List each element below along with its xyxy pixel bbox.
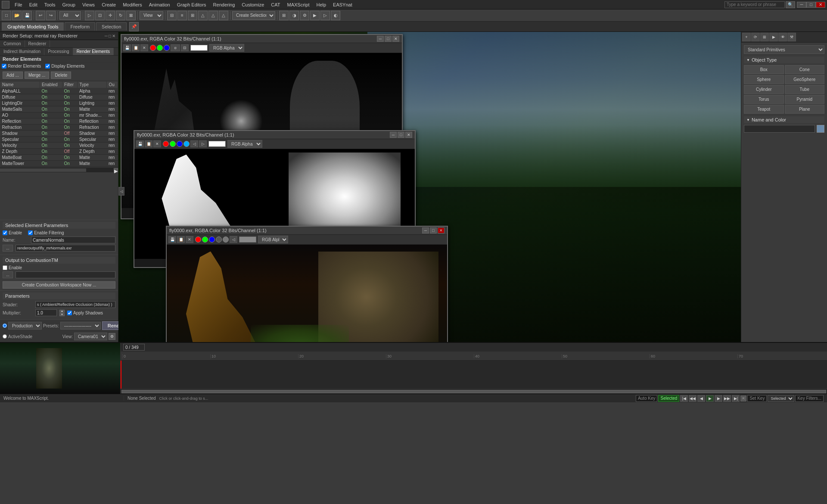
- go-end-btn[interactable]: ▶|: [732, 395, 740, 402]
- rw2-minimize-btn[interactable]: ─: [390, 132, 397, 138]
- rw2-save-btn[interactable]: 💾: [136, 140, 144, 147]
- rw2-titlebar[interactable]: fly0000.exr, RGBA Color 32 Bits/Channel …: [134, 131, 415, 139]
- rw1-save-btn[interactable]: 💾: [123, 44, 131, 51]
- rw3-copy-btn[interactable]: 📋: [177, 236, 185, 243]
- enable-filtering-checkbox[interactable]: Enable Filtering: [28, 230, 64, 235]
- key-mode-btn[interactable]: K: [740, 395, 746, 401]
- rw1-toggle-btn[interactable]: ⊟: [181, 44, 189, 51]
- elements-active-checkbox[interactable]: Render Elements: [2, 64, 41, 68]
- render-element-row[interactable]: Refraction On On Refraction ren: [0, 124, 118, 131]
- select-obj-btn[interactable]: ▷: [85, 11, 94, 20]
- tab-common[interactable]: Common: [0, 40, 25, 47]
- combustion-browse-btn[interactable]: ...: [3, 271, 13, 278]
- activeshade-btn[interactable]: ◐: [331, 11, 340, 20]
- table-scrollbar[interactable]: [0, 168, 86, 172]
- multiplier-down-btn[interactable]: ▼: [59, 313, 65, 316]
- obj-sphere-btn[interactable]: Sphere: [744, 75, 784, 84]
- rw3-canvas[interactable]: [167, 245, 447, 342]
- rw3-save-btn[interactable]: 💾: [168, 236, 176, 243]
- render-element-row[interactable]: MatteTower On On Matte ren: [0, 161, 118, 167]
- rw1-copy-btn[interactable]: 📋: [132, 44, 140, 51]
- render-element-row[interactable]: AO On On mr Shade... ren: [0, 112, 118, 118]
- rw1-red-channel[interactable]: [150, 45, 156, 51]
- prev-key-btn[interactable]: ◀◀: [689, 395, 696, 402]
- rw1-blue-channel[interactable]: [164, 45, 170, 51]
- selection-set-dropdown[interactable]: Create Selection Set: [232, 11, 275, 20]
- menu-edit[interactable]: Edit: [26, 1, 41, 8]
- delete-element-btn[interactable]: Delete: [51, 72, 71, 79]
- material-editor-btn[interactable]: ◑: [289, 11, 299, 20]
- schematic-btn[interactable]: ⊞: [279, 11, 289, 20]
- menu-maxscript[interactable]: MAXScript: [284, 1, 313, 8]
- menu-group[interactable]: Group: [59, 1, 79, 8]
- next-frame-btn[interactable]: ▶: [715, 395, 722, 402]
- rp-motion-btn[interactable]: ▶: [769, 33, 778, 41]
- rw3-blue-channel[interactable]: [209, 236, 215, 243]
- rw3-grey-swatch2[interactable]: [223, 236, 229, 243]
- camera-settings-btn[interactable]: ⚙: [109, 333, 115, 340]
- obj-teapot-btn[interactable]: Teapot: [744, 105, 784, 114]
- scale-btn[interactable]: ⊠: [126, 11, 136, 20]
- rw2-cyan-channel[interactable]: [183, 141, 190, 147]
- menu-tools[interactable]: Tools: [41, 1, 59, 8]
- obj-torus-btn[interactable]: Torus: [744, 95, 784, 104]
- obj-cone-btn[interactable]: Cone: [785, 65, 825, 74]
- render-element-row[interactable]: Diffuse On On Diffuse ren: [0, 94, 118, 100]
- tab-freeform[interactable]: Freeform: [65, 22, 95, 31]
- render-element-row[interactable]: Reflection On On Reflection ren: [0, 118, 118, 124]
- open-btn[interactable]: 📂: [12, 11, 22, 20]
- rw2-copy-btn[interactable]: 📋: [145, 140, 152, 147]
- rw1-minimize-btn[interactable]: ─: [377, 36, 384, 42]
- menu-help[interactable]: Help: [313, 1, 330, 8]
- output-browse-btn[interactable]: ...: [3, 245, 13, 252]
- object-name-input[interactable]: [744, 125, 815, 133]
- restore-app-btn[interactable]: □: [806, 2, 816, 8]
- apply-shadows-checkbox[interactable]: Apply Shadows: [67, 311, 103, 315]
- tab-render-elements[interactable]: Render Elements: [73, 48, 114, 55]
- new-btn[interactable]: □: [2, 11, 11, 20]
- rw3-maximize-btn[interactable]: □: [430, 227, 437, 233]
- obj-tube-btn[interactable]: Tube: [785, 85, 825, 94]
- snap2d-btn[interactable]: △: [208, 11, 218, 20]
- obj-cylinder-btn[interactable]: Cylinder: [744, 85, 784, 94]
- view-dropdown[interactable]: Camera01: [74, 333, 107, 340]
- minimize-app-btn[interactable]: ─: [797, 2, 806, 8]
- close-app-btn[interactable]: ✕: [816, 2, 825, 8]
- activeshade-radio[interactable]: [3, 334, 7, 339]
- production-radio[interactable]: [3, 324, 7, 328]
- output-path-input[interactable]: [16, 245, 115, 252]
- rw2-red-channel[interactable]: [163, 141, 169, 147]
- rw1-green-channel[interactable]: [157, 45, 163, 51]
- align-btn[interactable]: ≡: [177, 11, 187, 20]
- rw2-blue-channel[interactable]: [177, 141, 183, 147]
- save-btn[interactable]: 💾: [22, 11, 32, 20]
- panel-minimize-btn[interactable]: ─: [105, 34, 108, 38]
- rw3-minimize-btn[interactable]: ─: [422, 227, 429, 233]
- search-input[interactable]: [724, 1, 785, 8]
- menu-customize[interactable]: Customize: [238, 1, 267, 8]
- rw2-maximize-btn[interactable]: □: [398, 132, 404, 138]
- render-frame-btn[interactable]: ▶: [310, 11, 320, 20]
- rw3-channel-dropdown[interactable]: RGB Alpha: [258, 236, 288, 243]
- object-color-swatch[interactable]: [817, 125, 824, 133]
- rw2-toggle2-btn[interactable]: ▷: [199, 140, 207, 147]
- snap3d-btn[interactable]: △: [219, 11, 228, 20]
- enable-checkbox[interactable]: Enable: [3, 230, 22, 235]
- menu-graph-editors[interactable]: Graph Editors: [174, 1, 210, 8]
- reference-dropdown[interactable]: View: [140, 11, 163, 20]
- mirror-btn[interactable]: ⊟: [167, 11, 177, 20]
- menu-easynate[interactable]: EASYnat: [330, 1, 356, 8]
- menu-file[interactable]: File: [11, 1, 26, 8]
- rw3-grey-swatch[interactable]: [216, 236, 222, 243]
- render-element-row[interactable]: Z Depth On Off Z Depth ren: [0, 149, 118, 155]
- rw2-delete-btn[interactable]: ✕: [153, 140, 161, 147]
- rw1-titlebar[interactable]: fly0000.exr, RGBA Color 32 Bits/Channel …: [121, 35, 402, 43]
- production-dropdown[interactable]: Production: [8, 322, 42, 330]
- rw3-close-btn[interactable]: ✕: [438, 227, 445, 233]
- play-btn[interactable]: ▶: [706, 395, 714, 402]
- render-element-row[interactable]: AlphaALL On On Alpha ren: [0, 88, 118, 94]
- tab-indirect[interactable]: Indirect Illumination: [0, 48, 44, 55]
- undo-btn[interactable]: ↩: [36, 11, 45, 20]
- rw1-close-btn[interactable]: ✕: [392, 36, 399, 42]
- render-element-row[interactable]: MatteBoat On On Matte ren: [0, 155, 118, 161]
